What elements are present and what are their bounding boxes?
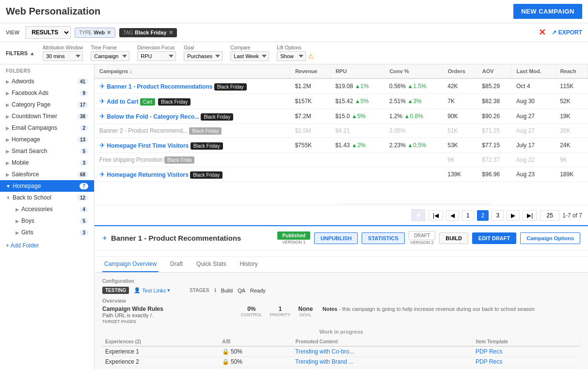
last-page-button[interactable]: ▶|	[523, 210, 537, 221]
control-label: CONTROL	[241, 312, 262, 317]
type-filter-remove[interactable]: ✕	[107, 30, 111, 36]
page-3-button[interactable]: 3	[492, 210, 504, 221]
sidebar-item-email-campaigns[interactable]: ▶Email Campaigns 2	[0, 122, 94, 134]
build-button[interactable]: BUILD	[439, 232, 468, 244]
tab-quick-stats[interactable]: Quick Stats	[194, 257, 228, 272]
campaign-name: Below the Fold - Category Reco...	[107, 113, 199, 120]
goal-label: GOAL	[298, 312, 313, 317]
page-1-button[interactable]: 1	[462, 210, 474, 221]
sidebar-item-accessories[interactable]: ▶Accessories 4	[10, 203, 94, 215]
app-title: Web Personalization	[6, 6, 100, 17]
overview-label: Overview	[102, 298, 580, 304]
table-row[interactable]: ✈ Below the Fold - Category Reco... Blac…	[95, 109, 588, 124]
sidebar-item-back-to-school[interactable]: ▼Back to School 12	[0, 192, 94, 203]
campaign-name: Homepage First Time Visitors	[107, 142, 189, 149]
collapse-panel[interactable]: ▼	[411, 209, 426, 221]
exp2-template[interactable]: PDP Recs	[473, 357, 580, 367]
tab-history[interactable]: History	[238, 257, 259, 272]
email-badge: 2	[79, 125, 88, 131]
revenue-cell: $7.2M	[290, 109, 330, 124]
exp2-content[interactable]: Trending with Brand ...	[292, 357, 473, 367]
sidebar-item-boys[interactable]: ▶Boys 5	[10, 215, 94, 227]
sidebar-item-adwords[interactable]: ▶Adwords 41	[0, 76, 94, 87]
dimension-focus-label: Dimension Focus	[137, 45, 176, 50]
campaign-active-icon: ✈	[99, 170, 105, 178]
tag-filter-remove[interactable]: ✕	[169, 30, 173, 36]
sidebar-item-facebook-ads[interactable]: ▶Facebook Ads 9	[0, 87, 94, 99]
tab-draft[interactable]: Draft	[168, 257, 185, 272]
goal-select[interactable]: Purchases	[184, 51, 222, 61]
time-frame-select[interactable]: Campaign	[91, 51, 129, 61]
time-frame-filter: Time Frame Campaign	[91, 45, 129, 61]
detail-sub-header: SAVE REVERT	[95, 250, 588, 257]
export-button[interactable]: ↗ EXPORT	[552, 29, 582, 36]
unpublish-button[interactable]: UNPUBLISH	[314, 232, 358, 244]
sidebar-item-homepage-active[interactable]: ▼Homepage 7	[0, 180, 94, 192]
table-row[interactable]: ✈ Homepage First Time Visitors Black Fri…	[95, 138, 588, 153]
col-revenue[interactable]: Revenue	[290, 64, 330, 78]
goal-filter: Goal Purchases	[184, 45, 222, 61]
exp1-content[interactable]: Trending with Co-bro...	[292, 346, 473, 357]
col-last-mod[interactable]: Last Mod.	[511, 64, 555, 78]
conv-cell: 0.56% ▲1.5%	[384, 78, 443, 94]
col-aov[interactable]: AOV	[477, 64, 511, 78]
attribution-window-select[interactable]: 30 mins	[43, 51, 83, 61]
table-row[interactable]: Free shipping Promotion Black Frida 9K $…	[95, 153, 588, 167]
conv-cell: 1.2% ▲0.8%	[384, 109, 443, 124]
dimension-focus-select[interactable]: RPU	[137, 51, 176, 61]
col-rpu[interactable]: RPU	[331, 64, 384, 78]
table-row[interactable]: ✈ Add to Cart Cart Black Friday $157K $1…	[95, 94, 588, 109]
first-page-button[interactable]: |◀	[429, 210, 443, 221]
next-page-button[interactable]: ▶	[507, 210, 520, 221]
rpu-cell	[331, 153, 384, 167]
exp1-template[interactable]: PDP Recs	[473, 346, 580, 357]
sidebar-item-category-page[interactable]: ▶Category Page 17	[0, 99, 94, 110]
rules-title: Campaign Wide Rules	[102, 306, 231, 312]
edit-draft-button[interactable]: EDIT DRAFT	[472, 232, 516, 244]
sidebar-item-homepage[interactable]: ▶Homepage 13	[0, 134, 94, 145]
col-campaigns[interactable]: Campaigns ↓	[95, 64, 290, 78]
sidebar-item-countdown-timer[interactable]: ▶Countdown Timer 38	[0, 110, 94, 122]
goal-val: None	[298, 306, 313, 312]
new-campaign-button[interactable]: NEW CAMPAIGN	[513, 4, 582, 19]
cart-tag: Cart	[140, 98, 155, 106]
aov-cell: $77.15	[477, 138, 511, 153]
sidebar-item-mobile[interactable]: ▶Mobile 3	[0, 157, 94, 169]
page-2-button[interactable]: 2	[477, 210, 489, 221]
black-friday-tag: Black Frida	[164, 156, 194, 164]
conv-cell: 3.05%	[384, 124, 443, 138]
black-friday-tag: Black Friday	[201, 113, 233, 121]
campaign-options-button[interactable]: Campaign Options	[520, 232, 580, 244]
sidebar-item-salesforce[interactable]: ▶Salesforce 68	[0, 169, 94, 180]
table-row[interactable]: Banner 2 - Product Recommend... Black Fr…	[95, 124, 588, 138]
compare-select[interactable]: Last Week	[230, 51, 269, 61]
col-orders[interactable]: Orders	[443, 64, 477, 78]
boys-badge: 5	[79, 218, 88, 224]
mobile-badge: 3	[79, 160, 88, 166]
statistics-button[interactable]: STATISTICS	[362, 232, 405, 244]
clear-all-button[interactable]: ✕	[539, 27, 546, 38]
type-value: Web	[94, 30, 105, 35]
prev-page-button[interactable]: ◀	[446, 210, 459, 221]
table-row[interactable]: ✈ Banner 1 - Product Recommendations Bla…	[95, 78, 588, 94]
lift-options-select[interactable]: Show	[277, 51, 306, 61]
table-row[interactable]: ✈ Homepage Returning Visitors Black Frid…	[95, 167, 588, 182]
page-size-input[interactable]	[540, 210, 559, 221]
view-select[interactable]: RESULTS	[25, 26, 71, 39]
test-links-button[interactable]: 👤 Test Links ▾	[134, 287, 170, 293]
attribution-window-filter: Attribution Window 30 mins	[43, 45, 83, 61]
sidebar-item-smart-search[interactable]: ▶Smart Search 5	[0, 145, 94, 157]
accessories-badge: 4	[79, 206, 88, 213]
col-reach[interactable]: Reach	[555, 64, 588, 78]
sidebar-item-girls[interactable]: ▶Girls 3	[10, 227, 94, 238]
chevron-down-icon: ▾	[167, 287, 170, 293]
add-folder-button[interactable]: + Add Folder	[0, 238, 94, 253]
tab-campaign-overview[interactable]: Campaign Overview	[102, 257, 159, 272]
tag-value: Black Friday	[135, 30, 166, 35]
rpu-cell: $1.43 ▲2%	[331, 138, 384, 153]
col-conv[interactable]: Conv %	[384, 64, 443, 78]
experiences-section: Work in progress Experiences (2) A/B Pro…	[102, 329, 580, 367]
exp-col: Experiences (2)	[102, 338, 219, 346]
rocket-icon: ✈	[102, 235, 107, 242]
revenue-cell	[290, 167, 330, 182]
